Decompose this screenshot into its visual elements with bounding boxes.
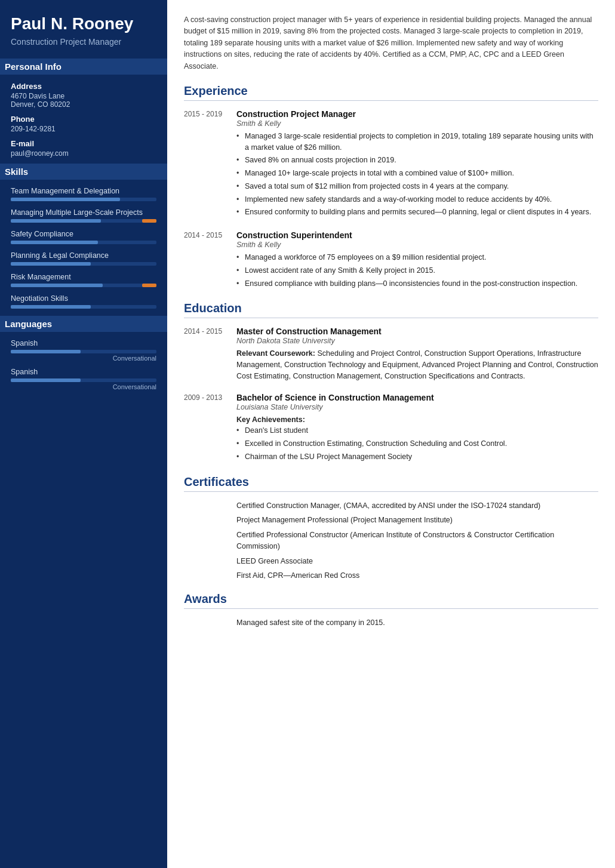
bullet-item: Ensured conformity to building plans and…: [236, 207, 598, 218]
personal-info-header: Personal Info: [0, 59, 167, 75]
skill-bar-fill: [11, 241, 98, 244]
email-value: paul@rooney.com: [11, 149, 156, 158]
exp-title-2: Construction Superintendent: [236, 230, 598, 240]
bullet-item: Managed 10+ large-scale projects in tota…: [236, 168, 598, 179]
skill-team-management: Team Management & Delegation: [11, 187, 156, 201]
skill-managing-projects: Managing Multiple Large-Scale Projects: [11, 208, 156, 223]
edu-row-1: 2014 - 2015 Master of Construction Manag…: [184, 327, 598, 381]
experience-item-1: 2015 - 2019 Construction Project Manager…: [184, 109, 598, 220]
exp-bullets-2: Managed a workforce of 75 employees on a…: [236, 252, 598, 289]
skill-name: Managing Multiple Large-Scale Projects: [11, 208, 156, 217]
bullet-item: Lowest accident rate of any Smith & Kell…: [236, 265, 598, 276]
skill-bar-accent: [142, 219, 156, 223]
certificates-list: Certified Construction Manager, (CMAA, a…: [184, 500, 598, 582]
sidebar: Paul N. Rooney Construction Project Mana…: [0, 0, 167, 868]
exp-bullets-1: Managed 3 large-scale residential projec…: [236, 131, 598, 218]
cert-item-3: LEED Green Associate: [236, 556, 598, 567]
skill-safety-compliance: Safety Compliance: [11, 230, 156, 244]
lang-level: Conversational: [11, 355, 156, 362]
certificates-section-title: Certificates: [184, 475, 598, 492]
language-spanish-2: Spanish Conversational: [11, 368, 156, 390]
edu-content-2: Bachelor of Science in Construction Mana…: [236, 393, 598, 464]
bullet-item: Excelled in Construction Estimating, Con…: [236, 438, 598, 450]
skill-bar-fill: [11, 305, 91, 309]
skill-bar-bg: [11, 241, 156, 244]
skill-bar-bg: [11, 219, 156, 223]
skill-bar-bg: [11, 262, 156, 266]
skill-bar-fill: [11, 219, 101, 223]
bullet-item: Saved 8% on annual costs projection in 2…: [236, 155, 598, 166]
skill-name: Risk Management: [11, 273, 156, 281]
edu-bullets-2: Dean's List student Excelled in Construc…: [236, 425, 598, 462]
bullet-item: Managed 3 large-scale residential projec…: [236, 131, 598, 153]
address-value: 4670 Davis LaneDenver, CO 80202: [11, 92, 156, 109]
skill-name: Negotiation Skills: [11, 294, 156, 303]
bullet-item: Implemented new safety standards and a w…: [236, 194, 598, 205]
skill-name: Safety Compliance: [11, 230, 156, 238]
exp-dates-1: 2015 - 2019: [184, 109, 227, 220]
cert-item-0: Certified Construction Manager, (CMAA, a…: [236, 500, 598, 512]
lang-bar-fill: [11, 378, 81, 382]
skills-header: Skills: [0, 164, 167, 180]
languages-header: Languages: [0, 316, 167, 332]
skill-name: Team Management & Delegation: [11, 187, 156, 195]
candidate-title: Construction Project Manager: [11, 37, 156, 47]
skill-name: Planning & Legal Compliance: [11, 251, 156, 260]
bullet-item: Ensured compliance with building plans—0…: [236, 278, 598, 290]
contact-address: Address 4670 Davis LaneDenver, CO 80202: [11, 82, 156, 109]
award-item-0: Managed safest site of the company in 20…: [236, 617, 598, 629]
lang-level: Conversational: [11, 383, 156, 390]
skill-planning-legal: Planning & Legal Compliance: [11, 251, 156, 266]
cert-item-1: Project Management Professional (Project…: [236, 515, 598, 526]
main-content: A cost-saving construction project manag…: [167, 0, 615, 868]
achievements-label: Key Achievements:: [236, 415, 305, 424]
lang-name: Spanish: [11, 368, 156, 376]
awards-list: Managed safest site of the company in 20…: [184, 617, 598, 629]
lang-bar-bg: [11, 350, 156, 353]
skill-negotiation: Negotiation Skills: [11, 294, 156, 309]
address-label: Address: [11, 82, 156, 91]
edu-degree-2: Bachelor of Science in Construction Mana…: [236, 393, 598, 402]
skill-bar-bg: [11, 305, 156, 309]
exp-content-1: Construction Project Manager Smith & Kel…: [236, 109, 598, 220]
edu-dates-1: 2014 - 2015: [184, 327, 227, 381]
experience-section-title: Experience: [184, 84, 598, 101]
skill-bar-fill: [11, 284, 103, 287]
skill-risk-management: Risk Management: [11, 273, 156, 287]
language-spanish-1: Spanish Conversational: [11, 339, 156, 362]
edu-achievements-2: Key Achievements:: [236, 414, 598, 426]
education-section-title: Education: [184, 301, 598, 318]
edu-dates-2: 2009 - 2013: [184, 393, 227, 464]
edu-school-2: Louisiana State University: [236, 403, 598, 411]
edu-content-1: Master of Construction Management North …: [236, 327, 598, 381]
education-item-1: 2014 - 2015 Master of Construction Manag…: [184, 327, 598, 381]
exp-row-2: 2014 - 2015 Construction Superintendent …: [184, 230, 598, 291]
exp-dates-2: 2014 - 2015: [184, 230, 227, 291]
exp-row-1: 2015 - 2019 Construction Project Manager…: [184, 109, 598, 220]
lang-bar-bg: [11, 378, 156, 382]
email-label: E-mail: [11, 139, 156, 148]
education-item-2: 2009 - 2013 Bachelor of Science in Const…: [184, 393, 598, 464]
lang-bar-fill: [11, 350, 81, 353]
bullet-item: Dean's List student: [236, 425, 598, 436]
awards-section-title: Awards: [184, 592, 598, 609]
skill-bar-bg: [11, 284, 156, 287]
edu-row-2: 2009 - 2013 Bachelor of Science in Const…: [184, 393, 598, 464]
skill-bar-fill: [11, 198, 120, 201]
edu-school-1: North Dakota State University: [236, 337, 598, 345]
experience-item-2: 2014 - 2015 Construction Superintendent …: [184, 230, 598, 291]
exp-company-1: Smith & Kelly: [236, 119, 598, 128]
exp-company-2: Smith & Kelly: [236, 241, 598, 249]
contact-email: E-mail paul@rooney.com: [11, 139, 156, 158]
lang-name: Spanish: [11, 339, 156, 347]
contact-phone: Phone 209-142-9281: [11, 115, 156, 133]
exp-content-2: Construction Superintendent Smith & Kell…: [236, 230, 598, 291]
edu-coursework-1: Relevant Coursework: Scheduling and Proj…: [236, 348, 598, 381]
skill-bar-accent: [142, 284, 156, 287]
skill-bar-fill: [11, 262, 91, 266]
exp-title-1: Construction Project Manager: [236, 109, 598, 119]
cert-item-4: First Aid, CPR—American Red Cross: [236, 570, 598, 581]
bullet-item: Managed a workforce of 75 employees on a…: [236, 252, 598, 263]
phone-value: 209-142-9281: [11, 125, 156, 133]
edu-degree-1: Master of Construction Management: [236, 327, 598, 336]
